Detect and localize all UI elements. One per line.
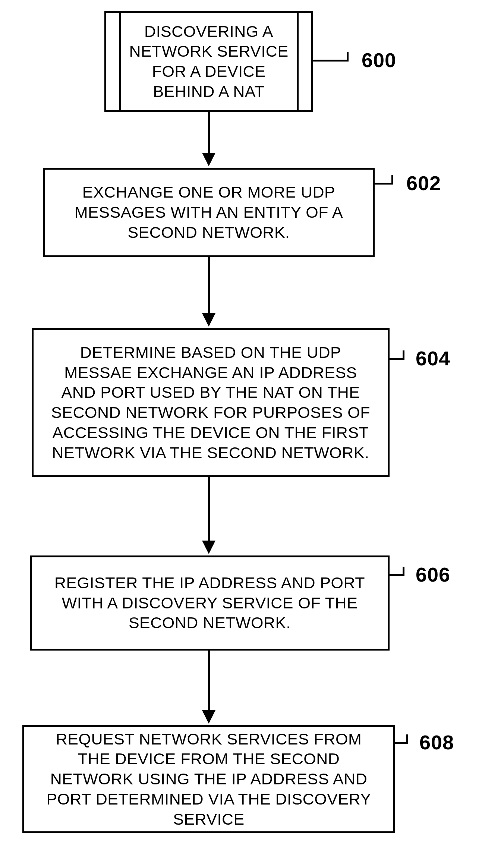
label-leader-hook-602 — [391, 175, 393, 185]
flow-step-602-text: EXCHANGE ONE OR MORE UDP MESSAGES WITH A… — [60, 182, 358, 242]
flow-step-608: REQUEST NETWORK SERVICES FROM THE DEVICE… — [22, 725, 395, 833]
label-leader-604 — [390, 358, 404, 360]
flow-step-602: EXCHANGE ONE OR MORE UDP MESSAGES WITH A… — [43, 168, 375, 257]
flow-label-608: 608 — [419, 731, 454, 754]
flow-step-608-text: REQUEST NETWORK SERVICES FROM THE DEVICE… — [39, 729, 378, 829]
label-leader-hook-606 — [403, 567, 404, 576]
flow-label-606: 606 — [416, 563, 450, 586]
flowchart-canvas: DISCOVERING A NETWORK SERVICE FOR A DEVI… — [0, 0, 504, 850]
label-leader-hook-608 — [406, 734, 408, 744]
flow-step-606: REGISTER THE IP ADDRESS AND PORT WITH A … — [30, 555, 390, 651]
flow-step-604-text: DETERMINE BASED ON THE UDP MESSAE EXCHAN… — [48, 343, 373, 463]
label-leader-606 — [390, 574, 404, 576]
flow-step-600: DISCOVERING A NETWORK SERVICE FOR A DEVI… — [104, 11, 313, 112]
flow-step-600-text: DISCOVERING A NETWORK SERVICE FOR A DEVI… — [128, 22, 289, 102]
flow-label-600: 600 — [362, 48, 396, 72]
flow-step-606-text: REGISTER THE IP ADDRESS AND PORT WITH A … — [47, 573, 373, 633]
flow-label-604b: 604 — [416, 347, 450, 370]
flow-step-604: DETERMINE BASED ON THE UDP MESSAE EXCHAN… — [32, 328, 390, 477]
flow-label-602: 602 — [406, 171, 441, 195]
label-leader-600 — [313, 60, 349, 62]
label-leader-hook-600 — [347, 52, 349, 62]
label-leader-hook-604 — [403, 350, 404, 360]
label-leader-602 — [375, 183, 393, 185]
